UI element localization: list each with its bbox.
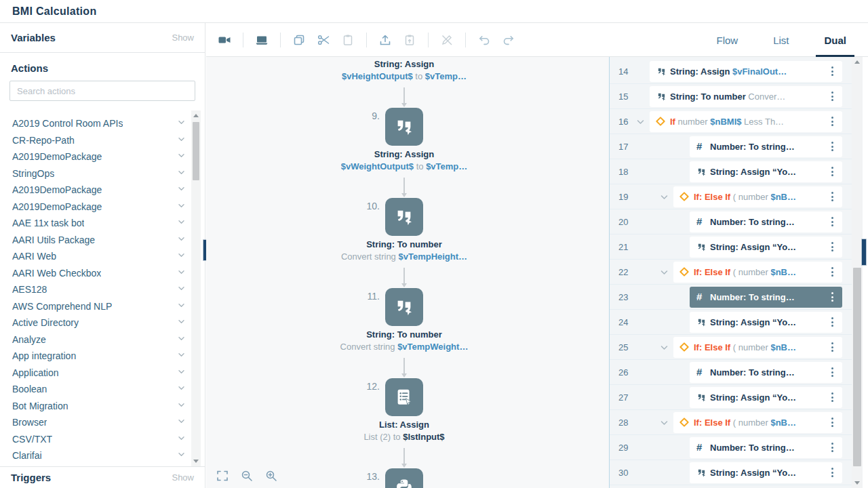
cut-icon[interactable] [315, 31, 332, 49]
sidebar-item-package[interactable]: A2019 Control Room APIs [12, 115, 191, 132]
kebab-menu-icon[interactable] [827, 342, 837, 352]
flow-node[interactable]: 13. [385, 468, 423, 488]
tab-dual[interactable]: Dual [821, 23, 849, 57]
kebab-menu-icon[interactable] [827, 191, 837, 202]
copy-icon[interactable] [290, 31, 308, 49]
upload-icon[interactable] [376, 31, 394, 49]
actions-scrollbar[interactable] [191, 110, 201, 466]
action-card[interactable]: #Number: To string… [690, 362, 842, 383]
action-card[interactable]: #Number: To string… [690, 287, 842, 308]
sidebar-item-package[interactable]: AAE 11x task bot [12, 215, 191, 232]
action-card[interactable]: If: Else If ( number $nB… [673, 186, 842, 207]
redo-icon[interactable] [500, 31, 517, 49]
sidebar-item-package[interactable]: App integration [12, 348, 191, 365]
fit-to-screen-icon[interactable] [216, 469, 229, 483]
kebab-menu-icon[interactable] [827, 116, 837, 127]
undo-icon[interactable] [475, 31, 493, 49]
sidebar-item-package[interactable]: CSV/TXT [12, 431, 191, 448]
action-card[interactable]: If: Else If ( number $nB… [673, 412, 842, 433]
record-camera-icon[interactable] [216, 31, 233, 49]
action-card[interactable]: If: Else If ( number $nB… [673, 337, 842, 358]
zoom-in-icon[interactable] [264, 469, 278, 483]
search-input[interactable] [9, 81, 195, 101]
kebab-menu-icon[interactable] [827, 367, 837, 378]
sidebar-item-package[interactable]: A2019DemoPackage [12, 182, 191, 199]
kebab-menu-icon[interactable] [827, 66, 837, 77]
kebab-menu-icon[interactable] [827, 417, 837, 428]
list-assign-icon[interactable] [385, 378, 423, 416]
kebab-menu-icon[interactable] [827, 266, 837, 277]
collapse-chevron-icon[interactable] [660, 420, 668, 426]
collapse-chevron-icon[interactable] [637, 119, 644, 125]
collapse-chevron-icon[interactable] [660, 345, 668, 350]
kebab-menu-icon[interactable] [827, 141, 837, 152]
sidebar-item-package[interactable]: AARI Web [12, 248, 191, 265]
sidebar-item-package[interactable]: A2019DemoPackage [12, 199, 191, 216]
flow-node[interactable]: 10. [385, 198, 423, 236]
action-card[interactable]: #Number: To string… [690, 437, 842, 458]
scroll-down-icon[interactable] [193, 460, 199, 463]
triggers-show-button[interactable]: Show [172, 472, 194, 483]
sidebar-item-package[interactable]: A2019DemoPackage [12, 148, 191, 165]
action-card[interactable]: If: Else If ( number $nB… [673, 262, 842, 283]
scroll-up-icon[interactable] [854, 60, 860, 64]
kebab-menu-icon[interactable] [827, 166, 837, 177]
kebab-menu-icon[interactable] [827, 241, 837, 252]
flow-canvas[interactable]: String: Assign$vHeightOutput$ to $vTemp…… [206, 57, 609, 488]
sidebar-item-package[interactable]: Clarifai [12, 447, 191, 464]
collapse-chevron-icon[interactable] [660, 195, 668, 200]
zoom-out-icon[interactable] [240, 469, 254, 483]
sidebar-item-package[interactable]: Bot Migration [12, 398, 191, 415]
actions-title: Actions [0, 53, 205, 79]
kebab-menu-icon[interactable] [827, 216, 837, 227]
flow-node[interactable]: 12. [385, 378, 423, 416]
sidebar-item-package[interactable]: AES128 [12, 281, 191, 298]
action-card[interactable]: String: Assign $vFinalOut… [650, 61, 842, 82]
action-card[interactable]: String: To number Conver… [650, 86, 842, 107]
right-panel-resize-grip[interactable] [861, 239, 867, 266]
collapse-chevron-icon[interactable] [660, 270, 668, 275]
action-card[interactable]: #Number: To string… [690, 211, 842, 232]
clipboard-upload-icon[interactable] [401, 31, 418, 49]
string-quote-icon[interactable] [385, 288, 423, 326]
flow-node[interactable]: 9. [385, 108, 423, 146]
scroll-up-icon[interactable] [193, 114, 199, 117]
action-card[interactable]: If number $nBMI$ Less Th… [650, 111, 842, 132]
scrollbar-thumb[interactable] [853, 268, 861, 466]
python-icon[interactable] [385, 468, 423, 488]
action-card[interactable]: String: Assign “Yo… [690, 312, 842, 333]
action-card[interactable]: String: Assign “Yo… [690, 387, 842, 408]
action-card[interactable]: #Number: To string… [690, 136, 842, 157]
action-card[interactable]: String: Assign “Yo… [690, 161, 842, 182]
sidebar-item-package[interactable]: StringOps [12, 165, 191, 182]
scrollbar-thumb[interactable] [193, 122, 199, 180]
sidebar-item-package[interactable]: Analyze [12, 331, 191, 348]
kebab-menu-icon[interactable] [827, 442, 837, 453]
sidebar-item-package[interactable]: AWS Comprehend NLP [12, 298, 191, 315]
action-card[interactable]: String: Assign “Yo… [690, 462, 842, 483]
list-scrollbar[interactable] [852, 57, 863, 488]
variables-show-button[interactable]: Show [172, 33, 194, 43]
laptop-icon[interactable] [253, 31, 271, 49]
kebab-menu-icon[interactable] [827, 91, 837, 102]
string-quote-icon[interactable] [385, 108, 423, 146]
paste-icon[interactable] [339, 31, 357, 49]
kebab-menu-icon[interactable] [827, 392, 837, 403]
kebab-menu-icon[interactable] [827, 317, 837, 327]
tab-flow[interactable]: Flow [713, 23, 741, 57]
sidebar-item-package[interactable]: Boolean [12, 381, 191, 398]
sidebar-item-package[interactable]: Application [12, 365, 191, 382]
string-quote-icon[interactable] [385, 198, 423, 236]
tab-list[interactable]: List [770, 23, 791, 57]
sidebar-item-package[interactable]: CR-Repo-Path [12, 132, 191, 149]
action-card[interactable]: String: Assign “Yo… [690, 237, 842, 258]
sidebar-item-package[interactable]: Active Directory [12, 314, 191, 331]
kebab-menu-icon[interactable] [827, 291, 837, 302]
pen-disabled-icon[interactable] [438, 31, 456, 49]
sidebar-item-package[interactable]: AARI Web Checkbox [12, 265, 191, 282]
kebab-menu-icon[interactable] [827, 467, 837, 478]
scroll-down-icon[interactable] [854, 481, 860, 485]
flow-node[interactable]: 11. [385, 288, 423, 326]
sidebar-item-package[interactable]: Browser [12, 414, 191, 431]
sidebar-item-package[interactable]: AARI Utils Package [12, 232, 191, 249]
